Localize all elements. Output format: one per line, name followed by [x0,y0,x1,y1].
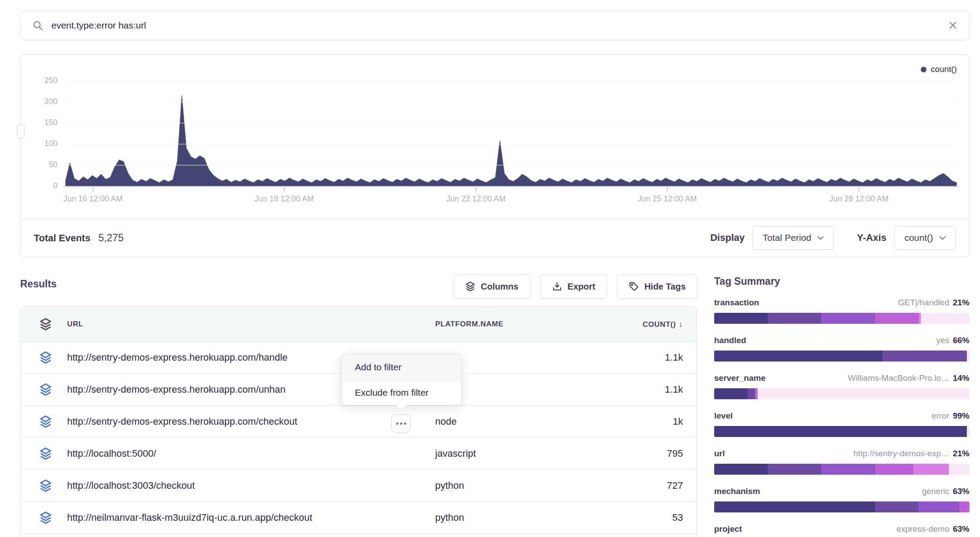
tag-bar-segment[interactable] [967,351,969,362]
tag-summary-block: transactionGET|/handled21% [714,298,969,324]
column-header-platform[interactable]: PLATFORM.NAME [435,320,619,329]
tag-top-value: generic63% [922,487,969,496]
url-cell[interactable]: http://localhost:5000/ [67,448,435,459]
chart-x-axis-line [63,186,959,187]
tag-bar-segment[interactable] [714,464,768,475]
chart-gridline [65,81,957,81]
tag-bar-segment[interactable] [875,313,919,324]
tag-distribution-bar[interactable] [714,501,969,512]
count-cell: 727 [619,480,683,491]
platform-cell[interactable]: javascript [435,448,619,459]
table-row[interactable]: http://localhost:3003/checkoutpython727 [21,470,696,502]
x-axis-tick-label: Jun 19 12:00 AM [236,194,333,204]
x-axis-tick [858,187,859,191]
count-cell: 795 [619,448,683,459]
tag-bar-segment[interactable] [768,464,821,475]
tag-bar-segment[interactable] [768,313,821,324]
tag-bar-segment[interactable] [967,426,969,437]
x-axis-tick-label: Jun 22 12:00 AM [428,194,524,204]
url-cell[interactable]: http://neilmanvar-flask-m3uuizd7iq-uc.a.… [67,512,435,523]
yaxis-select-value: count() [905,233,933,243]
platform-cell[interactable]: python [435,512,619,523]
events-area-chart [65,81,957,186]
table-row[interactable]: http://localhost:5000/javascript795 [21,438,696,470]
total-events-label: Total Events [34,233,90,244]
y-axis-tick-label: 200 [30,97,57,106]
x-axis-tick [667,187,668,191]
events-chart-panel: count() Total Events 5,275 Display Total… [20,54,969,257]
search-bar: ✕ [20,11,969,40]
tag-bar-segment[interactable] [875,501,919,512]
tag-bar-segment[interactable] [714,388,748,399]
tag-distribution-bar[interactable] [714,426,969,437]
tag-bar-segment[interactable] [949,464,969,475]
tag-summary-heading: Tag Summary [714,276,969,287]
tag-name: handled [714,336,746,345]
y-axis-tick-label: 250 [30,76,57,85]
tag-bar-segment[interactable] [821,313,875,324]
tag-bar-segment[interactable] [748,388,755,399]
tag-bar-segment[interactable] [821,464,875,475]
y-axis-tick-label: 0 [30,181,57,190]
tag-bar-segment[interactable] [714,501,875,512]
tag-bar-segment[interactable] [919,501,959,512]
y-axis-tick-label: 50 [30,160,57,169]
tag-top-value: error99% [932,411,969,421]
tag-distribution-bar[interactable] [714,313,969,324]
tag-summary-block: mechanismgeneric63% [714,487,969,512]
panel-resize-grip[interactable] [17,125,25,139]
columns-button-label: Columns [481,282,519,292]
cell-actions-button[interactable] [391,414,411,433]
tag-bar-segment[interactable] [959,501,969,512]
chart-gridline [65,144,957,144]
tag-name: project [714,524,742,534]
tag-distribution-bar[interactable] [714,351,969,362]
stack-icon [39,383,55,396]
tag-bar-segment[interactable] [921,313,969,324]
tag-bar-segment[interactable] [913,464,949,475]
tag-name: server_name [714,373,765,383]
tag-bar-segment[interactable] [714,426,967,437]
search-icon [32,20,43,31]
close-icon[interactable]: ✕ [948,20,958,31]
display-label: Display [710,232,744,243]
platform-cell[interactable]: python [435,480,619,491]
hide-tags-button[interactable]: Hide Tags [617,274,697,299]
tag-bar-segment[interactable] [714,313,768,324]
total-events-value: 5,275 [98,232,124,244]
columns-button[interactable]: Columns [453,274,530,299]
cell-context-menu: Add to filter Exclude from filter [341,354,461,405]
search-input[interactable] [51,20,940,31]
tag-summary-block: server_nameWilliams-MacBook-Pro.lo…14% [714,373,969,399]
tag-summary-block: levelerror99% [714,411,969,437]
chart-gridline [65,102,957,102]
chart-legend[interactable]: count() [921,64,957,74]
tag-top-value: GET|/handled21% [898,298,969,308]
chevron-down-icon [939,236,946,240]
url-cell[interactable]: http://localhost:3003/checkout [67,480,435,491]
legend-dot-icon [921,67,926,72]
tag-bar-segment[interactable] [758,388,969,399]
tag-icon [629,281,639,292]
url-cell[interactable]: http://sentry-demos-express.herokuapp.co… [67,416,435,427]
tag-distribution-bar[interactable] [714,388,969,399]
tag-bar-segment[interactable] [714,351,883,362]
tag-summary-panel: Tag Summary transactionGET|/handled21%ha… [714,276,969,537]
yaxis-select[interactable]: count() [894,226,956,250]
tag-summary-block: urlhttp://sentry-demos-exp…21% [714,449,969,475]
column-header-url[interactable]: URL [67,320,435,329]
table-row[interactable]: http://neilmanvar-flask-m3uuizd7iq-uc.a.… [21,502,696,534]
tag-distribution-bar[interactable] [714,464,969,475]
tag-summary-block: handledyes66% [714,336,969,362]
tag-name: transaction [714,298,759,308]
display-select[interactable]: Total Period [752,226,834,250]
platform-cell[interactable]: node [435,416,619,427]
tag-bar-segment[interactable] [883,351,967,362]
table-row[interactable]: http://sentry-demos-express.herokuapp.co… [21,406,696,438]
export-button[interactable]: Export [540,274,607,299]
column-header-count[interactable]: COUNT()↓ [619,319,683,329]
x-axis-tick-label: Jun 25 12:00 AM [619,194,715,204]
menu-item-add-to-filter[interactable]: Add to filter [342,355,461,380]
tag-bar-segment[interactable] [875,464,913,475]
tag-top-value: Williams-MacBook-Pro.lo…14% [848,373,969,383]
